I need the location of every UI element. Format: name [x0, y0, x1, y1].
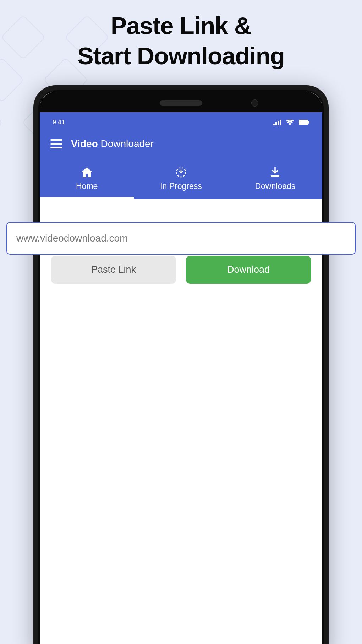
svg-rect-1	[275, 122, 277, 125]
status-bar: 9:41	[40, 112, 322, 130]
svg-rect-2	[278, 121, 279, 125]
url-input[interactable]	[6, 222, 356, 255]
tab-in-progress[interactable]: In Progress	[134, 162, 228, 199]
tab-home[interactable]: Home	[40, 162, 134, 199]
headline-line-2: Start Downloading	[77, 42, 285, 69]
home-icon	[40, 167, 134, 178]
menu-icon[interactable]	[50, 139, 62, 148]
battery-icon	[299, 120, 309, 125]
progress-icon	[134, 167, 228, 178]
phone-notch	[40, 92, 322, 112]
svg-rect-4	[299, 120, 308, 125]
signal-icon	[273, 120, 281, 125]
svg-rect-0	[273, 124, 275, 125]
download-icon	[228, 167, 322, 178]
status-time: 9:41	[53, 119, 65, 126]
svg-rect-3	[280, 120, 281, 125]
headline: Paste Link & Start Downloading	[0, 0, 362, 71]
svg-rect-5	[308, 121, 309, 124]
download-button[interactable]: Download	[186, 256, 311, 284]
phone-mockup: 9:41	[33, 85, 329, 644]
app-header: 9:41	[40, 112, 322, 199]
svg-rect-7	[271, 175, 279, 177]
tabs: Home In Progress Downloads	[40, 159, 322, 199]
app-title: Video Downloader	[71, 138, 154, 150]
wifi-icon	[286, 120, 294, 125]
tab-downloads[interactable]: Downloads	[228, 162, 322, 199]
paste-link-button[interactable]: Paste Link	[51, 256, 176, 284]
headline-line-1: Paste Link &	[111, 12, 251, 39]
